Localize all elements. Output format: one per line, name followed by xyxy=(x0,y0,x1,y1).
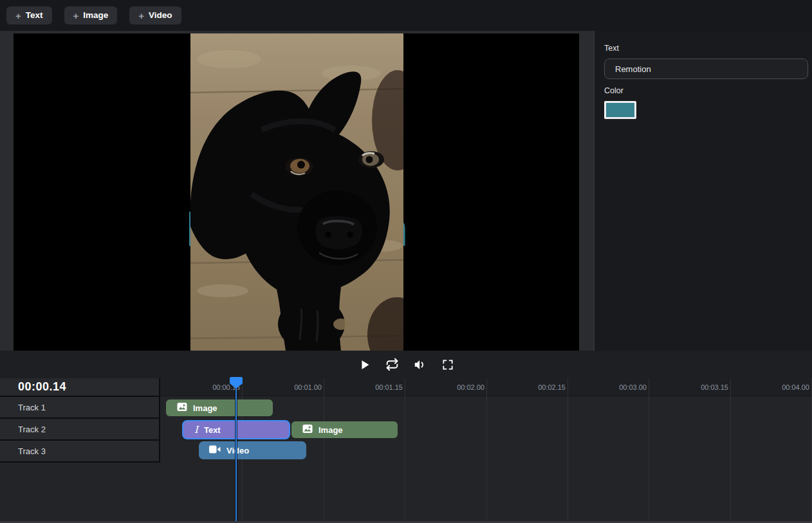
add-text-label: Text xyxy=(26,11,43,20)
ruler-gridline xyxy=(649,378,649,521)
ruler-tick-label: 00:02.15 xyxy=(501,378,566,396)
ruler-tick-label: 00:03.15 xyxy=(664,378,728,396)
current-timecode: 00:00.14 xyxy=(0,378,159,397)
image-icon xyxy=(302,424,313,436)
ruler-gridline xyxy=(324,378,324,521)
ruler-tick-label: 00:04.00 xyxy=(745,378,809,396)
clip-label: Text xyxy=(204,425,221,435)
track-label-2[interactable]: Track 2 xyxy=(0,419,159,441)
ruler-tick-label: 00:02.00 xyxy=(420,378,484,396)
player-controls xyxy=(0,351,812,378)
timeline-left-column: 00:00.14 Track 1 Track 2 Track 3 xyxy=(0,378,160,463)
play-icon xyxy=(358,358,372,372)
ruler-gridline xyxy=(730,378,731,521)
ruler-gridline xyxy=(405,378,405,521)
play-button[interactable] xyxy=(356,356,373,373)
add-image-label: Image xyxy=(83,11,108,20)
clip-label: Image xyxy=(193,403,217,413)
text-field-label: Text xyxy=(604,44,808,53)
volume-icon xyxy=(413,358,427,372)
italic-text-icon: I xyxy=(194,424,198,436)
loop-button[interactable] xyxy=(384,356,401,373)
ruler-tick-label: 00:03.00 xyxy=(582,378,647,396)
main-area: Remotion xyxy=(0,31,812,351)
fullscreen-button[interactable] xyxy=(439,356,456,373)
text-field-wrap xyxy=(604,59,808,79)
ruler-gridline xyxy=(567,378,568,521)
color-field-label: Color xyxy=(604,86,808,95)
clip-label: Video xyxy=(226,446,249,455)
plus-icon: + xyxy=(138,11,144,21)
playhead-line[interactable] xyxy=(235,378,237,521)
add-text-button[interactable]: + Text xyxy=(6,6,52,24)
add-video-button[interactable]: + Video xyxy=(129,6,181,24)
volume-button[interactable] xyxy=(412,356,429,373)
timeline-clip-video[interactable]: Video xyxy=(199,441,306,459)
text-input[interactable] xyxy=(604,59,808,79)
plus-icon: + xyxy=(73,11,79,21)
clip-label: Image xyxy=(318,425,343,435)
image-icon xyxy=(177,402,187,414)
fullscreen-icon xyxy=(441,358,454,371)
toolbar: + Text + Image + Video xyxy=(0,0,812,31)
ruler-tick-label: 00:01.15 xyxy=(338,378,403,396)
video-camera-icon xyxy=(209,445,221,456)
ruler-gridline xyxy=(486,378,487,521)
timeline: 00:00.15 00:01.00 00:01.15 00:02.00 00:0… xyxy=(0,378,812,523)
color-swatch[interactable] xyxy=(604,101,636,119)
timeline-clip-image-1[interactable]: Image xyxy=(166,399,273,416)
playhead-marker[interactable] xyxy=(230,377,243,391)
dog-photo-image xyxy=(190,33,403,351)
loop-icon xyxy=(385,358,399,371)
track-label-1[interactable]: Track 1 xyxy=(0,397,159,419)
add-image-button[interactable]: + Image xyxy=(64,6,118,24)
timeline-clip-image-2[interactable]: Image xyxy=(291,421,398,438)
track-label-3[interactable]: Track 3 xyxy=(0,441,159,463)
ruler-tick-label: 00:01.00 xyxy=(257,378,322,396)
video-editor-app: + Text + Image + Video Remotion xyxy=(0,0,812,523)
inspector-panel: Text Color xyxy=(595,31,812,351)
plus-icon: + xyxy=(15,11,21,21)
video-preview[interactable]: Remotion xyxy=(14,33,579,351)
add-video-label: Video xyxy=(149,11,172,20)
